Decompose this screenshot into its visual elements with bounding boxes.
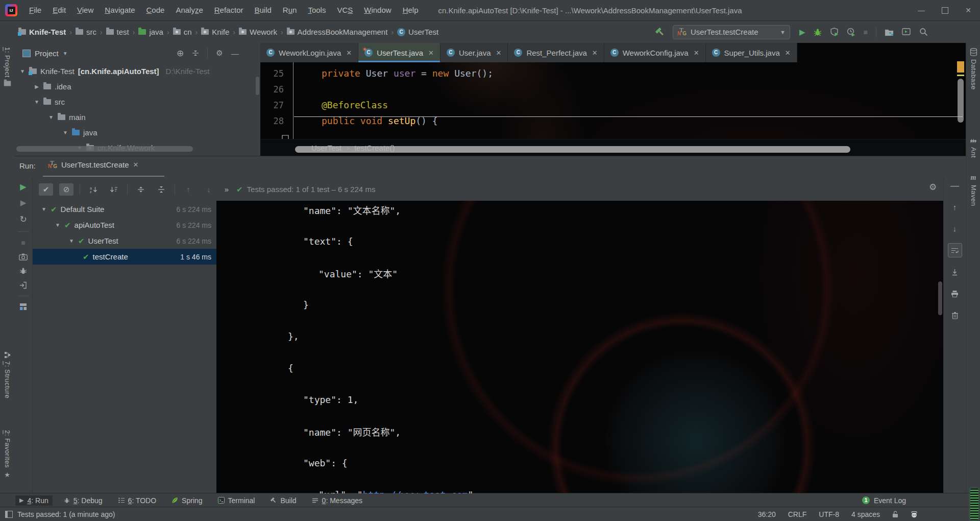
mute-breakpoints-bug-icon[interactable]	[19, 267, 27, 275]
gear-icon[interactable]: ⚙	[216, 49, 223, 58]
menu-refactor[interactable]: Refactor	[209, 0, 249, 20]
console-hyperlink[interactable]: http://www.test.com	[363, 489, 468, 493]
debug-button[interactable]	[814, 28, 822, 36]
show-ignored-toggle[interactable]: ⊘	[59, 183, 74, 196]
gear-icon[interactable]: ⚙	[929, 182, 937, 193]
toolwindows-folder-icon[interactable]	[885, 28, 894, 36]
indent-style[interactable]: 4 spaces	[851, 510, 880, 518]
chevron-expanded-icon[interactable]: ▼	[48, 114, 54, 120]
import-tests-icon[interactable]	[19, 281, 27, 289]
code-editor[interactable]: 25private User user = new User();2627@Be…	[260, 62, 966, 139]
tree-item-java[interactable]: ▼java	[14, 125, 260, 140]
menu-analyze[interactable]: Analyze	[170, 0, 208, 20]
test-tree-item-apiautotest[interactable]: ▼✔apiAutoTest6 s 224 ms	[33, 217, 216, 233]
toolwindow-button-6-todo[interactable]: 6: TODO	[114, 495, 161, 506]
event-log-button[interactable]: 1 Event Log	[862, 493, 906, 507]
sort-by-duration-button[interactable]	[107, 183, 121, 196]
breadcrumb-item-test[interactable]: test	[106, 28, 129, 36]
close-icon[interactable]: ✕	[592, 49, 598, 57]
sidebar-item-maven[interactable]: m Maven	[966, 174, 980, 206]
menu-code[interactable]: Code	[141, 0, 170, 20]
clear-console-trash-icon[interactable]	[948, 309, 962, 322]
menu-navigate[interactable]: Navigate	[99, 0, 140, 20]
editor-tab-usertest.java[interactable]: CUserTest.java✕	[358, 43, 440, 62]
chevron-collapsed-icon[interactable]: ▶	[34, 84, 40, 89]
project-horizontal-scrollbar[interactable]	[16, 146, 193, 152]
close-icon[interactable]: ✕	[694, 49, 699, 57]
breadcrumb-item-java[interactable]: java	[138, 28, 163, 36]
editor-tab-user.java[interactable]: CUser.java✕	[440, 43, 508, 62]
chevron-expanded-icon[interactable]: ▼	[19, 68, 26, 74]
breadcrumb-item-usertest[interactable]: CUserTest	[397, 28, 438, 36]
collapse-all-button[interactable]	[154, 183, 168, 196]
chevron-expanded-icon[interactable]: ▼	[34, 99, 40, 105]
toolwindow-button-terminal[interactable]: Terminal	[214, 495, 259, 506]
test-tree-item-testcreate[interactable]: ✔testCreate1 s 46 ms	[33, 249, 216, 265]
breadcrumb-item-addressbookmanagement[interactable]: AddressBookManagement	[287, 28, 388, 36]
breadcrumb-item-src[interactable]: src	[76, 28, 96, 36]
breadcrumb-item-cn[interactable]: cn	[173, 28, 192, 36]
chevron-expanded-icon[interactable]: ▼	[69, 238, 75, 244]
minimize-icon[interactable]: —	[910, 0, 933, 20]
line-separator[interactable]: CRLF	[788, 510, 807, 518]
toolwindow-button-build[interactable]: Build	[266, 495, 300, 506]
sidebar-item-project[interactable]: 1: Project	[0, 47, 14, 86]
chevron-expanded-icon[interactable]: ▼	[62, 130, 68, 135]
test-tree-item-usertest[interactable]: ▼✔UserTest6 s 224 ms	[33, 233, 216, 249]
tree-item-src[interactable]: ▼src	[14, 94, 260, 109]
toggle-auto-test-button[interactable]: ↻	[19, 214, 27, 225]
thread-dump-camera-icon[interactable]	[19, 253, 28, 260]
menu-help[interactable]: Help	[397, 0, 424, 20]
run-console[interactable]: "name": "文本名称","text": {"value": "文本"}},…	[216, 201, 943, 493]
rerun-button[interactable]: ▶	[20, 182, 26, 192]
sidebar-item-structure[interactable]: 7: Structure	[0, 351, 14, 398]
editor-vertical-scrollbar[interactable]	[958, 79, 964, 123]
soft-wrap-toggle[interactable]	[948, 243, 962, 257]
toolwindow-toggle-icon[interactable]	[5, 511, 13, 518]
menu-build[interactable]: Build	[249, 0, 277, 20]
locate-file-icon[interactable]: ⊕	[177, 48, 184, 59]
next-failed-test-button[interactable]: ↓	[202, 183, 216, 196]
menu-run[interactable]: Run	[277, 0, 303, 20]
previous-failed-test-button[interactable]: ↑	[181, 183, 195, 196]
show-passed-toggle[interactable]: ✔	[39, 183, 53, 196]
run-configuration-select[interactable]: TNG UserTest.testCreate ▼	[673, 25, 790, 39]
close-icon[interactable]: ✕	[496, 49, 502, 57]
tree-item--idea[interactable]: ▶.idea	[14, 79, 260, 94]
caret-position[interactable]: 36:20	[758, 510, 776, 518]
stop-button[interactable]: ■	[864, 28, 868, 36]
search-everywhere-icon[interactable]	[919, 28, 928, 36]
rerun-failed-tests-button[interactable]: ▶	[20, 198, 27, 207]
menu-tools[interactable]: Tools	[302, 0, 331, 20]
warning-stripe-line[interactable]	[957, 75, 964, 76]
scroll-down-icon[interactable]: ↓	[948, 222, 962, 235]
hide-panel-icon[interactable]: —	[231, 49, 239, 58]
inspection-profile-icon[interactable]	[911, 511, 918, 518]
project-vertical-scrollbar[interactable]	[256, 77, 259, 95]
close-icon[interactable]: ✕	[346, 49, 352, 57]
menu-edit[interactable]: Edit	[47, 0, 71, 20]
run-with-coverage-button[interactable]	[830, 28, 839, 36]
breadcrumb-item-knife-test[interactable]: Knife-Test	[18, 28, 66, 36]
maximize-icon[interactable]	[933, 0, 957, 20]
build-hammer-icon[interactable]	[654, 27, 666, 38]
run-tab[interactable]: TNG UserTest.testCreate ✕	[48, 160, 138, 169]
lock-icon[interactable]	[892, 511, 898, 518]
tree-item-main[interactable]: ▼main	[14, 109, 260, 125]
sort-alphabetically-button[interactable]: az	[86, 183, 101, 196]
sidebar-item-ant[interactable]: Ant	[966, 138, 980, 158]
close-icon[interactable]: ✕	[133, 161, 139, 169]
project-view-select[interactable]: Project ▼	[22, 49, 68, 58]
scroll-up-icon[interactable]: ↑	[948, 200, 962, 214]
stop-button[interactable]: ■	[21, 239, 25, 247]
editor-tab-rest_perfect.java[interactable]: CRest_Perfect.java✕	[508, 43, 604, 62]
menu-view[interactable]: View	[71, 0, 99, 20]
editor-tab-super_utils.java[interactable]: CSuper_Utils.java✕	[706, 43, 797, 62]
menu-vcs[interactable]: VCS	[331, 0, 358, 20]
scroll-to-end-icon[interactable]	[948, 266, 962, 279]
close-icon[interactable]: ✕	[957, 0, 980, 20]
restore-layout-icon[interactable]	[19, 303, 27, 311]
editor-tab-weworkconfig.java[interactable]: CWeworkConfig.java✕	[604, 43, 706, 62]
toolwindow-button-4-run[interactable]: ▶4: Run	[15, 495, 53, 506]
breadcrumb-item-wework[interactable]: Wework	[239, 28, 277, 36]
